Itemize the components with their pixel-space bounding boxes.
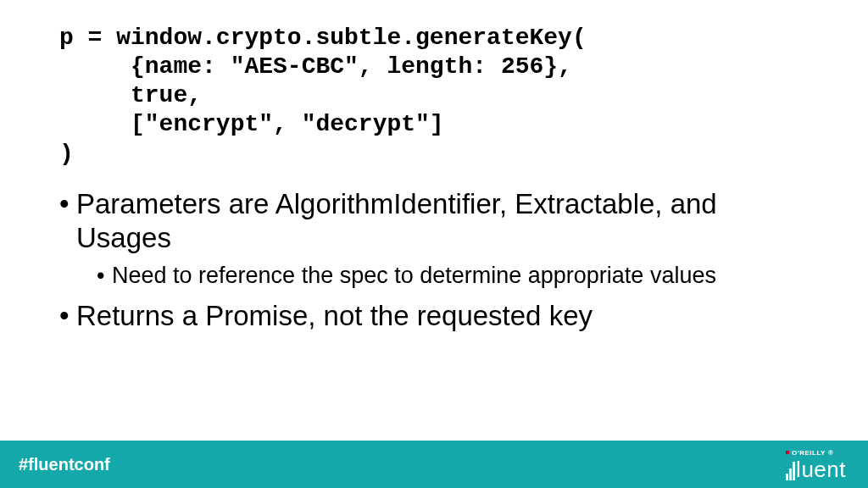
footer-bar: #fluentconf O'REILLY ® luent: [0, 441, 868, 488]
slide: p = window.crypto.subtle.generateKey( {n…: [0, 0, 868, 488]
slide-content: p = window.crypto.subtle.generateKey( {n…: [0, 0, 868, 333]
oreilly-text: O'REILLY: [792, 449, 826, 457]
registered-mark: ®: [828, 449, 833, 457]
bullet-text: Parameters are AlgorithmIdentifier, Extr…: [76, 188, 717, 253]
hashtag-label: #fluentconf: [19, 455, 110, 474]
fluent-wordmark: luent: [786, 458, 846, 480]
bullet-text: Returns a Promise, not the requested key: [76, 300, 593, 331]
fluent-text: luent: [796, 458, 846, 480]
sub-bullet-item: Need to reference the spec to determine …: [97, 262, 809, 291]
oreilly-label: O'REILLY ®: [786, 449, 833, 457]
bullet-item: Returns a Promise, not the requested key: [59, 299, 809, 333]
fluent-bars-icon: [786, 462, 795, 480]
bullet-list: Parameters are AlgorithmIdentifier, Extr…: [59, 187, 809, 334]
bullet-item: Parameters are AlgorithmIdentifier, Extr…: [59, 187, 809, 291]
oreilly-dot-icon: [786, 451, 789, 454]
sub-bullet-text: Need to reference the spec to determine …: [112, 263, 716, 288]
code-block: p = window.crypto.subtle.generateKey( {n…: [59, 24, 809, 169]
fluent-logo: O'REILLY ® luent: [786, 449, 849, 480]
sub-bullet-list: Need to reference the spec to determine …: [97, 262, 809, 291]
